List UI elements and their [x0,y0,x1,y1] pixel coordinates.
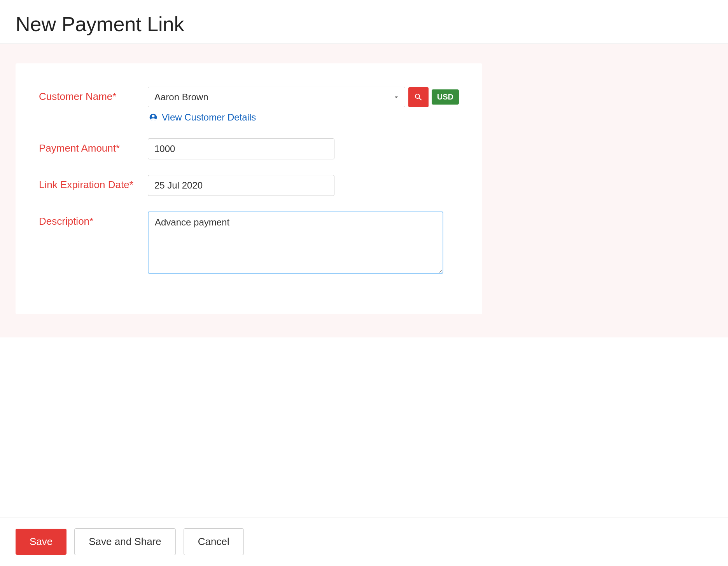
payment-amount-label: Payment Amount* [39,138,148,154]
page-header: New Payment Link [0,0,728,44]
form-area: Customer Name* Aaron Brown USD [0,44,728,337]
view-customer-details-link[interactable]: View Customer Details [148,112,459,123]
form-content: Customer Name* Aaron Brown USD [16,63,482,314]
customer-name-label: Customer Name* [39,87,148,103]
description-label: Description* [39,211,148,227]
customer-search-button[interactable] [408,87,429,107]
person-icon [148,112,159,123]
page-title: New Payment Link [16,12,712,36]
save-and-share-button[interactable]: Save and Share [74,528,175,555]
currency-badge: USD [432,89,459,105]
link-expiration-control-wrap [148,175,459,196]
description-row: Description* Advance payment [39,211,459,275]
payment-amount-input[interactable] [148,138,334,159]
footer-bar: Save Save and Share Cancel [0,517,728,566]
payment-amount-control-wrap [148,138,459,159]
search-icon [414,93,423,102]
payment-amount-row: Payment Amount* [39,138,459,159]
save-button[interactable]: Save [16,529,66,555]
customer-name-select[interactable]: Aaron Brown [148,87,405,107]
customer-name-row: Customer Name* Aaron Brown USD [39,87,459,123]
link-expiration-label: Link Expiration Date* [39,175,148,191]
customer-name-control-wrap: Aaron Brown USD [148,87,459,123]
cancel-button[interactable]: Cancel [184,528,244,555]
description-control-wrap: Advance payment [148,211,459,275]
link-expiration-row: Link Expiration Date* [39,175,459,196]
description-textarea[interactable]: Advance payment [148,211,443,274]
link-expiration-input[interactable] [148,175,334,196]
customer-select-wrap: Aaron Brown USD [148,87,459,107]
view-customer-details-text: View Customer Details [162,112,256,123]
